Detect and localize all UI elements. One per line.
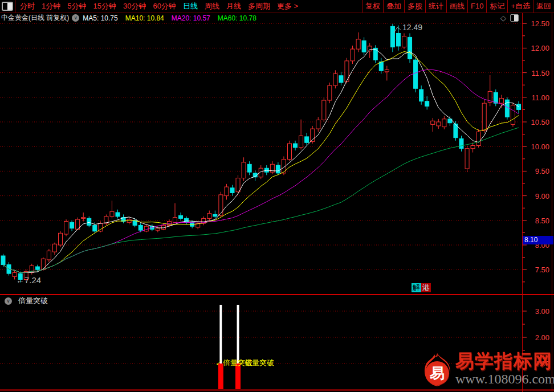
menu-item-multistock[interactable]: 多股 [404,0,425,13]
tag-unlock[interactable]: 解 [412,283,421,292]
candle-down [419,89,423,101]
menu-item-f10[interactable]: F10 [467,0,486,13]
candle-up [368,46,372,51]
menu-item-5min[interactable]: 5分钟 [64,0,89,13]
candle-up [225,187,229,196]
candle-down [35,267,39,270]
candle-down [517,104,521,110]
main-chart-canvas[interactable] [0,0,554,392]
menu-item-1min[interactable]: 1分钟 [38,0,64,13]
menu-item-more[interactable]: 更多 > [274,0,302,13]
last-price-marker: 8.10 [523,236,553,244]
candle-up [511,105,515,125]
chart-titlebar: 中金黄金(日线 前复权) ∨ MA5: 10.75 MA10: 10.84 MA… [0,13,522,23]
candle-up [82,218,85,219]
y-axis-tick-label: 9.50 [523,167,549,175]
watermark-site-name: 易学指标网 [455,349,552,374]
y-axis-tick-label: 7.50 [523,266,549,274]
watermark-url: www.108096.com [455,371,554,387]
candle-up [110,211,114,217]
candle-up [482,103,486,130]
y-axis-tick-label: 12.00 [523,44,549,52]
menu-item-overlay[interactable]: 叠加 [383,0,404,13]
menu-item-add-watchlist[interactable]: +自选 [507,0,533,13]
candle-up [242,162,246,178]
window-layout-icon[interactable] [2,2,13,11]
y-axis-tick-label: 10.00 [523,142,549,151]
candle-down [138,225,142,230]
y-axis-tick-label: 10.50 [523,118,549,126]
candle-up [173,218,177,223]
y-axis-tick-label: 11.00 [523,93,549,102]
candle-down [230,188,234,193]
candle-up [207,214,211,219]
menu-item-daily[interactable]: 日线 [180,0,201,13]
menu-item-multiperiod[interactable]: 多周期 [245,0,274,13]
candle-up [385,70,389,71]
candle-up [437,122,441,126]
top-menubar: 分时 1分钟 5分钟 15分钟 30分钟 60分钟 日线 周线 月线 多周期 更… [0,0,554,13]
ma5-value-label: MA5: 10.75 [83,14,117,22]
candle-up [322,100,326,120]
candle-down [414,60,418,88]
menu-item-mark[interactable]: 标记 [486,0,507,13]
candle-up [402,36,406,47]
candle-up [288,144,292,160]
candle-up [127,219,131,222]
candle-up [356,39,360,49]
menu-item-monthly[interactable]: 月线 [223,0,245,13]
candle-up [471,145,475,148]
signal-white-stick [237,305,239,364]
menu-item-15min[interactable]: 15分钟 [89,0,119,13]
indicator-name: 倍量突破 [18,296,48,306]
candle-down [294,144,298,148]
candle-up [351,49,355,61]
candle-up [431,121,435,124]
menu-item-stats[interactable]: 统计 [425,0,446,13]
candle-up [476,132,480,145]
candle-down [379,62,383,71]
candle-down [185,218,189,222]
candle-down [179,215,183,218]
svg-text:易: 易 [429,365,445,382]
tool-menu: 复权 叠加 多股 统计 画线 F10 标记 +自选 返回 [362,0,554,13]
candle-down [116,213,120,217]
menu-item-60min[interactable]: 60分钟 [149,0,179,13]
candle-down [1,256,5,265]
site-watermark: 易 易学指标网 www.108096.com [420,342,552,392]
menu-item-fenshi[interactable]: 分时 [17,0,38,13]
menu-item-30min[interactable]: 30分钟 [120,0,149,13]
split-window-icon[interactable] [510,14,519,22]
menu-item-weekly[interactable]: 周线 [201,0,223,13]
candle-down [390,26,394,47]
candle-up [316,120,320,129]
candle-up [328,85,332,100]
candle-up [64,222,68,234]
candle-down [373,48,377,60]
sub-axis-tick-label: 3.00 [523,307,549,316]
candle-up [299,136,303,148]
ma10-value-label: MA10: 10.84 [125,14,164,22]
tag-hk-connect[interactable]: 港 [421,283,431,292]
candle-up [156,228,160,230]
y-axis-tick-label: 12.50 [523,19,549,28]
diamond-marker-icon[interactable]: ◇ [500,14,506,22]
candle-down [213,214,217,216]
candle-up [236,178,240,191]
candle-down [70,222,74,228]
menu-item-back[interactable]: 返回 [533,0,554,13]
chevron-down-icon[interactable]: ∨ [5,297,12,305]
y-axis-tick-label: 8.50 [523,217,549,225]
period-menu: 分时 1分钟 5分钟 15分钟 30分钟 60分钟 日线 周线 月线 多周期 更… [17,0,302,13]
menu-item-fuquan[interactable]: 复权 [362,0,383,13]
stock-title[interactable]: 中金黄金(日线 前复权) [1,13,69,23]
candle-up [465,149,469,169]
candle-down [459,138,463,148]
chevron-down-icon[interactable]: ∨ [72,14,79,22]
candle-up [499,99,503,104]
menu-item-drawline[interactable]: 画线 [446,0,467,13]
candle-down [93,225,97,231]
candle-down [339,76,343,83]
indicator-panel-header[interactable]: ∨ 倍量突破 [2,296,48,306]
ma60-value-label: MA60: 10.78 [218,14,256,22]
